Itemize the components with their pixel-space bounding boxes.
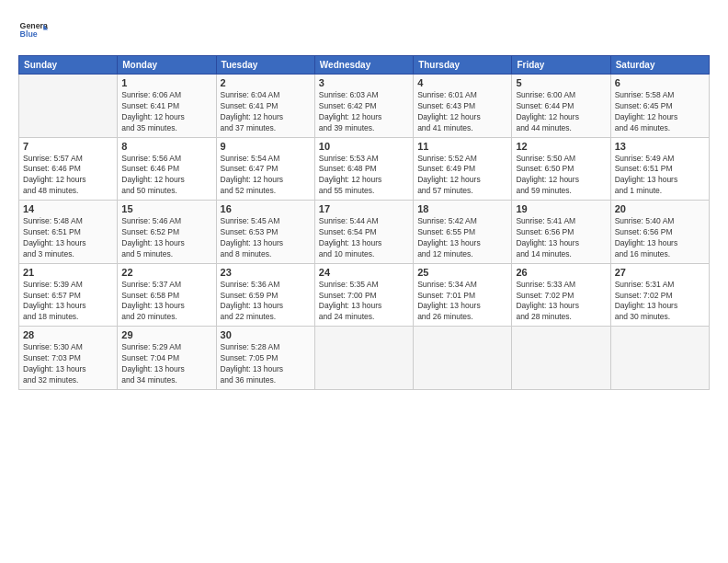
- day-content: Sunrise: 5:36 AM Sunset: 6:59 PM Dayligh…: [221, 280, 311, 324]
- day-content: Sunrise: 5:54 AM Sunset: 6:47 PM Dayligh…: [221, 154, 311, 198]
- day-content: Sunrise: 5:40 AM Sunset: 6:56 PM Dayligh…: [615, 216, 705, 260]
- day-number: 8: [121, 141, 211, 152]
- week-row-5: 28Sunrise: 5:30 AM Sunset: 7:03 PM Dayli…: [19, 327, 710, 390]
- day-number: 2: [221, 77, 311, 88]
- col-header-saturday: Saturday: [610, 56, 709, 75]
- calendar-cell: [414, 327, 512, 390]
- calendar-cell: 14Sunrise: 5:48 AM Sunset: 6:51 PM Dayli…: [19, 201, 118, 264]
- week-row-2: 7Sunrise: 5:57 AM Sunset: 6:46 PM Daylig…: [19, 137, 710, 201]
- day-content: Sunrise: 6:00 AM Sunset: 6:44 PM Dayligh…: [516, 90, 606, 134]
- day-number: 28: [23, 329, 113, 340]
- day-number: 7: [23, 141, 113, 152]
- calendar-cell: 4Sunrise: 6:01 AM Sunset: 6:43 PM Daylig…: [414, 75, 512, 138]
- calendar-cell: 2Sunrise: 6:04 AM Sunset: 6:41 PM Daylig…: [216, 75, 314, 138]
- day-content: Sunrise: 5:50 AM Sunset: 6:50 PM Dayligh…: [516, 154, 606, 198]
- calendar-cell: 24Sunrise: 5:35 AM Sunset: 7:00 PM Dayli…: [314, 263, 413, 327]
- calendar-cell: 1Sunrise: 6:06 AM Sunset: 6:41 PM Daylig…: [118, 75, 216, 138]
- week-row-4: 21Sunrise: 5:39 AM Sunset: 6:57 PM Dayli…: [19, 263, 710, 327]
- calendar-cell: 30Sunrise: 5:28 AM Sunset: 7:05 PM Dayli…: [216, 327, 314, 390]
- logo: General Blue: [18, 17, 48, 46]
- calendar-cell: [512, 327, 610, 390]
- day-content: Sunrise: 5:56 AM Sunset: 6:46 PM Dayligh…: [121, 154, 211, 198]
- day-number: 1: [121, 77, 211, 88]
- calendar-cell: 27Sunrise: 5:31 AM Sunset: 7:02 PM Dayli…: [610, 263, 709, 327]
- col-header-sunday: Sunday: [19, 56, 118, 75]
- calendar-cell: 23Sunrise: 5:36 AM Sunset: 6:59 PM Dayli…: [216, 263, 314, 327]
- calendar-cell: 5Sunrise: 6:00 AM Sunset: 6:44 PM Daylig…: [512, 75, 610, 138]
- calendar-cell: 8Sunrise: 5:56 AM Sunset: 6:46 PM Daylig…: [118, 137, 216, 201]
- col-header-wednesday: Wednesday: [314, 56, 413, 75]
- calendar-cell: 16Sunrise: 5:45 AM Sunset: 6:53 PM Dayli…: [216, 201, 314, 264]
- day-number: 15: [121, 203, 211, 214]
- day-number: 30: [221, 329, 311, 340]
- calendar-cell: 21Sunrise: 5:39 AM Sunset: 6:57 PM Dayli…: [19, 263, 118, 327]
- calendar-cell: 17Sunrise: 5:44 AM Sunset: 6:54 PM Dayli…: [314, 201, 413, 264]
- day-number: 26: [516, 267, 606, 278]
- week-row-1: 1Sunrise: 6:06 AM Sunset: 6:41 PM Daylig…: [19, 75, 710, 138]
- day-number: 16: [221, 203, 311, 214]
- calendar-cell: 28Sunrise: 5:30 AM Sunset: 7:03 PM Dayli…: [19, 327, 118, 390]
- day-number: 11: [417, 141, 507, 152]
- day-content: Sunrise: 5:34 AM Sunset: 7:01 PM Dayligh…: [417, 280, 507, 324]
- day-content: Sunrise: 5:48 AM Sunset: 6:51 PM Dayligh…: [23, 216, 113, 260]
- calendar-cell: [19, 75, 118, 138]
- header: General Blue: [18, 17, 710, 46]
- day-number: 20: [615, 203, 705, 214]
- day-content: Sunrise: 5:35 AM Sunset: 7:00 PM Dayligh…: [319, 280, 409, 324]
- day-content: Sunrise: 5:37 AM Sunset: 6:58 PM Dayligh…: [121, 280, 211, 324]
- logo-icon: General Blue: [18, 17, 48, 46]
- calendar-cell: 15Sunrise: 5:46 AM Sunset: 6:52 PM Dayli…: [118, 201, 216, 264]
- calendar-cell: 13Sunrise: 5:49 AM Sunset: 6:51 PM Dayli…: [610, 137, 709, 201]
- col-header-tuesday: Tuesday: [216, 56, 314, 75]
- day-number: 12: [516, 141, 606, 152]
- calendar-cell: 26Sunrise: 5:33 AM Sunset: 7:02 PM Dayli…: [512, 263, 610, 327]
- day-number: 24: [319, 267, 409, 278]
- day-content: Sunrise: 5:42 AM Sunset: 6:55 PM Dayligh…: [417, 216, 507, 260]
- calendar-cell: 20Sunrise: 5:40 AM Sunset: 6:56 PM Dayli…: [610, 201, 709, 264]
- day-number: 6: [615, 77, 705, 88]
- day-content: Sunrise: 5:31 AM Sunset: 7:02 PM Dayligh…: [615, 280, 705, 324]
- calendar-cell: 10Sunrise: 5:53 AM Sunset: 6:48 PM Dayli…: [314, 137, 413, 201]
- calendar-cell: 29Sunrise: 5:29 AM Sunset: 7:04 PM Dayli…: [118, 327, 216, 390]
- calendar-cell: 22Sunrise: 5:37 AM Sunset: 6:58 PM Dayli…: [118, 263, 216, 327]
- day-content: Sunrise: 5:39 AM Sunset: 6:57 PM Dayligh…: [23, 280, 113, 324]
- day-content: Sunrise: 6:01 AM Sunset: 6:43 PM Dayligh…: [417, 90, 507, 134]
- day-content: Sunrise: 5:29 AM Sunset: 7:04 PM Dayligh…: [121, 342, 211, 386]
- svg-text:Blue: Blue: [20, 29, 38, 39]
- calendar-cell: 19Sunrise: 5:41 AM Sunset: 6:56 PM Dayli…: [512, 201, 610, 264]
- day-number: 10: [319, 141, 409, 152]
- page: General Blue SundayMondayTuesdayWednesda…: [0, 0, 728, 563]
- day-number: 9: [221, 141, 311, 152]
- day-content: Sunrise: 5:45 AM Sunset: 6:53 PM Dayligh…: [221, 216, 311, 260]
- day-number: 22: [121, 267, 211, 278]
- col-header-monday: Monday: [118, 56, 216, 75]
- calendar-table: SundayMondayTuesdayWednesdayThursdayFrid…: [18, 55, 710, 390]
- day-content: Sunrise: 5:33 AM Sunset: 7:02 PM Dayligh…: [516, 280, 606, 324]
- calendar-cell: [314, 327, 413, 390]
- calendar-cell: 12Sunrise: 5:50 AM Sunset: 6:50 PM Dayli…: [512, 137, 610, 201]
- day-content: Sunrise: 6:03 AM Sunset: 6:42 PM Dayligh…: [319, 90, 409, 134]
- day-number: 23: [221, 267, 311, 278]
- calendar-cell: 25Sunrise: 5:34 AM Sunset: 7:01 PM Dayli…: [414, 263, 512, 327]
- day-content: Sunrise: 5:44 AM Sunset: 6:54 PM Dayligh…: [319, 216, 409, 260]
- day-content: Sunrise: 5:58 AM Sunset: 6:45 PM Dayligh…: [615, 90, 705, 134]
- day-content: Sunrise: 6:06 AM Sunset: 6:41 PM Dayligh…: [121, 90, 211, 134]
- day-number: 5: [516, 77, 606, 88]
- day-number: 18: [417, 203, 507, 214]
- day-number: 27: [615, 267, 705, 278]
- day-content: Sunrise: 6:04 AM Sunset: 6:41 PM Dayligh…: [221, 90, 311, 134]
- calendar-cell: 11Sunrise: 5:52 AM Sunset: 6:49 PM Dayli…: [414, 137, 512, 201]
- day-number: 25: [417, 267, 507, 278]
- day-content: Sunrise: 5:46 AM Sunset: 6:52 PM Dayligh…: [121, 216, 211, 260]
- day-number: 17: [319, 203, 409, 214]
- day-content: Sunrise: 5:52 AM Sunset: 6:49 PM Dayligh…: [417, 154, 507, 198]
- col-header-thursday: Thursday: [414, 56, 512, 75]
- calendar-cell: [610, 327, 709, 390]
- calendar-cell: 3Sunrise: 6:03 AM Sunset: 6:42 PM Daylig…: [314, 75, 413, 138]
- calendar-cell: 6Sunrise: 5:58 AM Sunset: 6:45 PM Daylig…: [610, 75, 709, 138]
- day-content: Sunrise: 5:49 AM Sunset: 6:51 PM Dayligh…: [615, 154, 705, 198]
- day-number: 29: [121, 329, 211, 340]
- calendar-cell: 7Sunrise: 5:57 AM Sunset: 6:46 PM Daylig…: [19, 137, 118, 201]
- day-content: Sunrise: 5:28 AM Sunset: 7:05 PM Dayligh…: [221, 342, 311, 386]
- day-number: 19: [516, 203, 606, 214]
